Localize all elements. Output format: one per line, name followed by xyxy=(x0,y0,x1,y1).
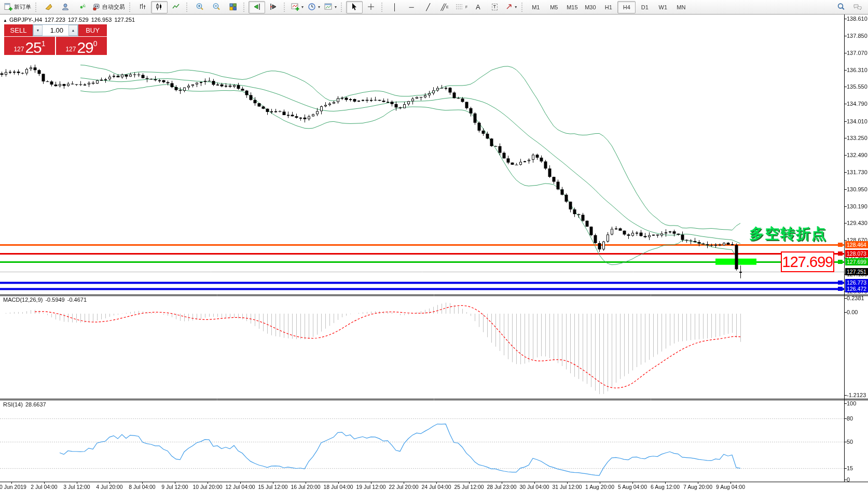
sell-price-main: 25 xyxy=(25,40,41,54)
turning-point-annotation[interactable]: 多空转折点 xyxy=(749,224,827,244)
vertical-line-button[interactable]: │ xyxy=(387,1,403,13)
autotrading-label: 自动交易 xyxy=(102,3,125,11)
volume-stepper: ▼ 1.00 ▲ xyxy=(33,24,78,36)
text-label-icon: T xyxy=(492,4,498,10)
volume-increase-button[interactable]: ▲ xyxy=(68,25,78,36)
chevron-down-icon: ▾ xyxy=(335,5,337,9)
signals-button[interactable] xyxy=(74,1,90,13)
indicators-button[interactable]: ▾ xyxy=(289,1,306,13)
sell-button[interactable]: SELL xyxy=(4,24,33,36)
new-order-button[interactable]: 新订单 xyxy=(2,1,33,13)
arrows-button[interactable]: ▾ xyxy=(503,1,519,13)
zoom-in-icon xyxy=(196,3,204,12)
search-icon xyxy=(837,3,845,12)
line-chart-icon xyxy=(172,3,180,12)
volume-decrease-button[interactable]: ▼ xyxy=(33,25,43,36)
buy-price-sup: 0 xyxy=(93,39,98,48)
sell-price-button[interactable]: 127251 xyxy=(4,37,55,55)
indicators-icon xyxy=(291,3,299,12)
timeframe-m15[interactable]: M15 xyxy=(563,1,581,13)
zoom-in-button[interactable] xyxy=(191,1,208,13)
rsi-value: 28.6637 xyxy=(25,401,46,408)
ohlc-open: 127.223 xyxy=(45,17,65,23)
sell-price-sup: 1 xyxy=(42,39,46,48)
expert-advisors-icon xyxy=(61,3,70,12)
autotrading-button[interactable]: 自动交易 xyxy=(90,1,127,13)
macd-signal-value: -0.4671 xyxy=(67,297,87,303)
chart-shift-button[interactable] xyxy=(265,1,282,13)
sell-price-prefix: 127 xyxy=(13,46,24,53)
equidistant-channel-button[interactable]: ╱╱E xyxy=(436,1,453,13)
line-chart-button[interactable] xyxy=(168,1,184,13)
macd-main-value: -0.5949 xyxy=(45,297,64,303)
ohlc-close: 127.251 xyxy=(114,17,135,23)
auto-scroll-button[interactable] xyxy=(249,1,265,13)
timeframe-mn[interactable]: MN xyxy=(672,1,690,13)
expert-advisors-button[interactable] xyxy=(57,1,74,13)
templates-icon xyxy=(324,3,333,12)
timeframe-d1[interactable]: D1 xyxy=(636,1,654,13)
text-button[interactable]: A xyxy=(470,1,486,13)
timeframe-m5[interactable]: M5 xyxy=(545,1,563,13)
timeframe-h4[interactable]: H4 xyxy=(617,1,636,13)
toolbar-separator xyxy=(381,3,384,12)
toolbar-separator xyxy=(35,3,38,12)
candlestick-chart-button[interactable] xyxy=(151,1,168,13)
tile-windows-button[interactable] xyxy=(225,1,241,13)
crosshair-icon xyxy=(367,3,375,12)
new-order-label: 新订单 xyxy=(14,3,31,11)
buy-price-button[interactable]: 127290 xyxy=(56,37,107,55)
rsi-label: RSI(14) xyxy=(3,401,23,408)
auto-scroll-icon xyxy=(253,3,261,12)
horizontal-line-icon: ─ xyxy=(409,4,414,11)
autotrading-icon xyxy=(92,3,101,12)
ohlc-high: 127.529 xyxy=(68,17,89,23)
symbol-name: GBPJPY-,H4 xyxy=(9,17,42,23)
chat-button[interactable] xyxy=(849,1,866,13)
timeframe-h1[interactable]: H1 xyxy=(599,1,617,13)
templates-button[interactable]: ▾ xyxy=(322,1,339,13)
crosshair-button[interactable] xyxy=(363,1,379,13)
bar-chart-button[interactable] xyxy=(134,1,151,13)
horizontal-line-button[interactable]: ─ xyxy=(403,1,420,13)
gold-pointer-button[interactable] xyxy=(40,1,57,13)
toolbar-separator xyxy=(521,3,525,12)
toolbar-separator xyxy=(243,3,246,12)
channel-icon: ╱╱ xyxy=(440,4,444,11)
timeframe-m30[interactable]: M30 xyxy=(581,1,599,13)
macd-label: MACD(12,26,9) xyxy=(3,297,43,303)
chart-canvas[interactable] xyxy=(0,0,868,491)
gold-pointer-icon xyxy=(45,3,53,12)
chevron-down-icon: ▾ xyxy=(301,5,304,9)
toolbar-separator xyxy=(284,3,287,12)
channel-subscript: E xyxy=(446,5,449,9)
new-order-icon xyxy=(4,3,12,12)
buy-button[interactable]: BUY xyxy=(78,24,107,36)
text-label-button[interactable]: T xyxy=(486,1,503,13)
buy-price-main: 29 xyxy=(77,40,93,54)
price-callout-box[interactable]: 127.699 xyxy=(781,251,834,272)
toolbar-separator xyxy=(129,3,132,12)
zoom-out-icon xyxy=(212,3,221,12)
clock-icon xyxy=(308,3,316,12)
trendline-button[interactable]: ╱ xyxy=(420,1,436,13)
text-icon: A xyxy=(476,4,480,11)
search-button[interactable] xyxy=(833,1,849,13)
cursor-button[interactable] xyxy=(346,1,363,13)
volume-input[interactable]: 1.00 xyxy=(43,25,68,36)
collapse-panel-icon[interactable]: ▲ xyxy=(3,18,7,23)
periods-button[interactable]: ▾ xyxy=(306,1,322,13)
mt4-window: 新订单 自动交易 xyxy=(0,0,868,491)
trendline-icon: ╱ xyxy=(426,4,430,11)
macd-label-line: MACD(12,26,9)-0.5949-0.4671 xyxy=(3,297,89,303)
toolbar-separator xyxy=(186,3,189,12)
toolbar: 新订单 自动交易 xyxy=(0,0,868,15)
signals-icon xyxy=(78,3,86,12)
timeframe-w1[interactable]: W1 xyxy=(654,1,672,13)
zoom-out-button[interactable] xyxy=(208,1,225,13)
chevron-down-icon: ▾ xyxy=(318,5,320,9)
one-click-trading-panel: SELL ▼ 1.00 ▲ BUY 127251 127290 xyxy=(4,24,107,55)
rsi-label-line: RSI(14)28.6637 xyxy=(3,401,49,408)
fibonacci-button[interactable]: F xyxy=(453,1,470,13)
timeframe-m1[interactable]: M1 xyxy=(527,1,545,13)
